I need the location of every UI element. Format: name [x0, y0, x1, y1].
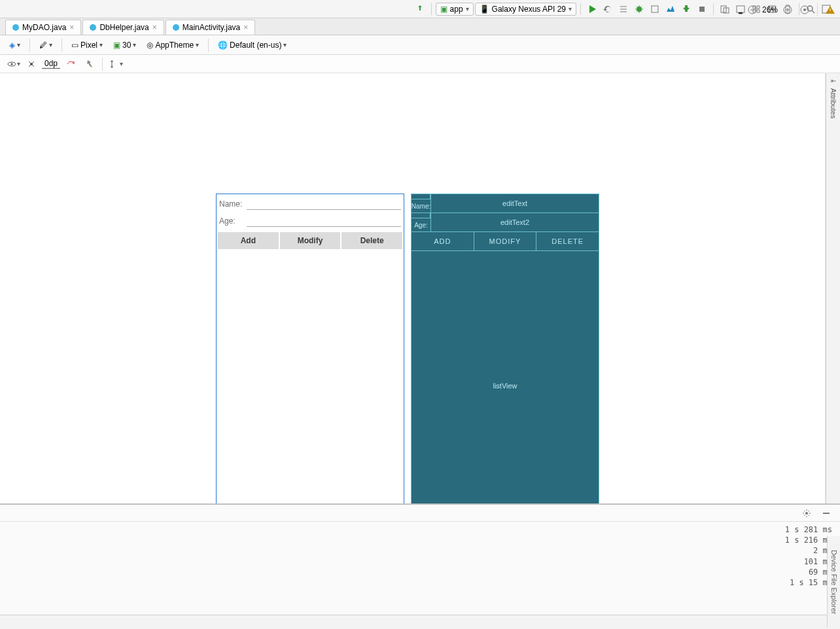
chevron-down-icon: ▾ [466, 5, 469, 12]
apply-changes-icon[interactable] [601, 2, 615, 16]
listview[interactable]: listView [411, 251, 599, 503]
add-button[interactable]: ADD [411, 232, 474, 250]
view-options-icon[interactable]: ▾ [5, 57, 21, 71]
module-label: app [450, 5, 463, 14]
status-bar [0, 615, 840, 629]
name-input[interactable] [247, 198, 401, 210]
debug-button[interactable] [632, 2, 646, 16]
zoom-out-button[interactable] [745, 3, 760, 17]
age-label: Age: [219, 216, 244, 226]
default-margin-selector[interactable]: 0dp [42, 59, 60, 69]
blueprint-preview[interactable]: Name: editText Age: editText2 ADD MODIFY… [411, 194, 599, 503]
theme-label: AppTheme [155, 41, 194, 50]
svg-point-0 [637, 7, 642, 12]
device-dropdown[interactable]: ▭ Pixel ▾ [67, 39, 107, 51]
profile-icon[interactable] [663, 2, 678, 16]
stack-icon: ◈ [9, 41, 15, 50]
separator [713, 3, 714, 15]
separator [817, 3, 818, 16]
locale-dropdown[interactable]: 🌐 Default (en-us) ▾ [214, 39, 290, 51]
tab-label: DbHelper.java [99, 23, 149, 32]
orientation-selector[interactable]: 🖉 ▾ [35, 39, 56, 51]
add-button[interactable]: Add [218, 232, 279, 249]
java-class-icon [173, 24, 179, 31]
separator [61, 39, 62, 52]
globe-icon: 🌐 [218, 41, 228, 50]
sync-icon[interactable] [413, 2, 427, 16]
expand-icon: ⇤ [831, 77, 836, 84]
chevron-down-icon: ▾ [99, 41, 103, 48]
zoom-in-button[interactable] [780, 3, 795, 17]
chevron-down-icon: ▾ [49, 41, 52, 48]
warnings-icon[interactable] [823, 3, 837, 17]
guidelines-icon[interactable]: ▾ [108, 57, 124, 71]
stop-button[interactable] [695, 2, 709, 16]
zoom-fit-button[interactable] [797, 3, 812, 17]
build-log: 1 s 281 ms 1 s 216 ms 2 ms 101 ms 69 ms … [0, 522, 840, 615]
side-tab-label: Device File Explorer [830, 550, 838, 614]
file-tab[interactable]: MyDAO.java × [5, 20, 81, 35]
tab-label: MainActivity.java [183, 23, 240, 32]
device-selector[interactable]: 📱 Galaxy Nexus API 29 ▾ [475, 3, 576, 16]
theme-dropdown[interactable]: ◎ AppTheme ▾ [143, 39, 203, 51]
log-line: 1 s 15 ms [8, 577, 832, 588]
margin-label: 0dp [44, 59, 58, 68]
design-surface-selector[interactable]: ◈ ▾ [5, 39, 24, 51]
apply-code-icon[interactable] [616, 2, 631, 16]
log-line: 1 s 216 ms [8, 535, 832, 545]
chevron-down-icon: ▾ [196, 41, 199, 48]
module-selector[interactable]: ▣ app ▾ [436, 3, 474, 16]
gear-icon[interactable] [799, 506, 814, 520]
attributes-panel-tab[interactable]: ⇤ Attributes [826, 73, 840, 503]
delete-button[interactable]: Delete [341, 232, 402, 249]
tab-label: MyDAO.java [22, 23, 66, 32]
close-icon[interactable]: × [69, 23, 74, 32]
close-icon[interactable]: × [152, 23, 157, 32]
android-icon: ▣ [113, 41, 120, 50]
coverage-icon[interactable] [648, 2, 662, 16]
api-label: 30 [122, 41, 131, 50]
svg-point-18 [91, 66, 92, 67]
device-file-explorer-tab[interactable]: Device File Explorer [827, 536, 840, 628]
log-line: 1 s 281 ms [8, 524, 832, 535]
file-tab[interactable]: MainActivity.java × [166, 20, 256, 35]
modify-button[interactable]: MODIFY [474, 232, 537, 250]
svg-rect-5 [737, 6, 744, 12]
log-line: 101 ms [8, 556, 832, 567]
modify-button[interactable]: Modify [280, 232, 341, 249]
svg-rect-2 [699, 7, 705, 12]
infer-constraints-icon[interactable] [81, 57, 97, 71]
age-input[interactable] [247, 215, 401, 227]
delete-button[interactable]: DELETE [536, 232, 599, 250]
zoom-percent: 26% [762, 5, 778, 14]
run-button[interactable] [585, 2, 599, 16]
close-icon[interactable]: × [243, 23, 248, 32]
minimize-icon[interactable] [819, 506, 833, 520]
device-label: Pixel [80, 41, 97, 50]
name-label: Name: [219, 199, 244, 209]
separator [102, 58, 103, 71]
avd-manager-icon[interactable] [718, 2, 732, 16]
phone-icon: 📱 [480, 5, 489, 14]
editor-tabs: MyDAO.java × DbHelper.java × MainActivit… [0, 18, 840, 35]
phone-icon: ▭ [71, 41, 79, 50]
autoconnect-icon[interactable] [24, 57, 39, 71]
file-tab[interactable]: DbHelper.java × [82, 20, 164, 35]
design-preview[interactable]: Name: Age: Add Modify Delete [216, 194, 404, 503]
separator [29, 39, 30, 52]
separator [580, 3, 581, 15]
clear-constraints-icon[interactable] [63, 57, 79, 71]
edittext-age[interactable]: editText2 [431, 213, 599, 231]
chevron-down-icon: ▾ [569, 5, 572, 12]
attributes-label: Attributes [830, 88, 837, 118]
svg-point-19 [805, 512, 808, 515]
android-icon: ▣ [440, 5, 447, 14]
attach-debugger-icon[interactable] [679, 2, 693, 16]
log-line: 69 ms [8, 567, 832, 577]
device-label: Galaxy Nexus API 29 [492, 5, 566, 14]
orientation-icon: 🖉 [39, 41, 47, 50]
api-dropdown[interactable]: ▣ 30 ▾ [109, 39, 140, 51]
svg-point-14 [803, 8, 806, 11]
java-class-icon [90, 24, 96, 31]
edittext-name[interactable]: editText [431, 194, 599, 212]
